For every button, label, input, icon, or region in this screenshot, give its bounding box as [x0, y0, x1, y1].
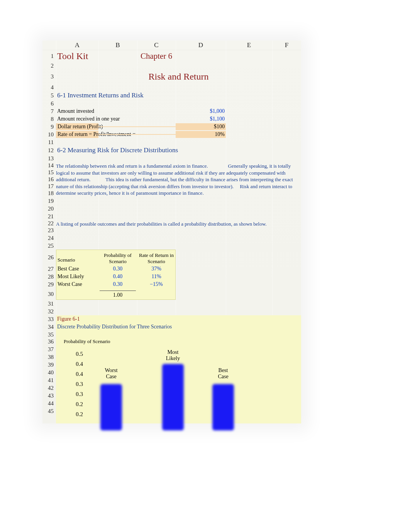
- value-rate-of-return[interactable]: 10%: [176, 131, 226, 138]
- row-35[interactable]: 35: [42, 331, 301, 338]
- row-34[interactable]: 34 Discrete Probability Distribution for…: [42, 323, 301, 331]
- row-header[interactable]: 38: [42, 354, 56, 362]
- row-header[interactable]: 22: [42, 220, 56, 227]
- row-header[interactable]: 14: [42, 162, 56, 169]
- row-header[interactable]: 7: [42, 108, 56, 115]
- row-27[interactable]: 27 Best Case 0.30 37%: [42, 265, 301, 273]
- row-header[interactable]: 18: [42, 190, 56, 197]
- row-26[interactable]: 26 Scenario Probability of Scenario Rate…: [42, 250, 301, 265]
- row-header[interactable]: 6: [42, 100, 56, 107]
- prob-header-probability[interactable]: Probability of Scenario: [98, 250, 137, 265]
- col-header-F[interactable]: F: [272, 41, 301, 49]
- row-header[interactable]: 21: [42, 213, 56, 220]
- title-cell[interactable]: Tool Kit: [56, 51, 98, 62]
- row-header[interactable]: 36: [42, 338, 56, 346]
- row-header[interactable]: 11: [42, 139, 56, 146]
- row-header[interactable]: 44: [42, 400, 56, 408]
- row-header[interactable]: 37: [42, 346, 56, 354]
- chapter-cell[interactable]: Chapter 6: [137, 51, 176, 61]
- row-20[interactable]: 20: [42, 205, 301, 212]
- prob-row-worst-ror[interactable]: −15%: [137, 281, 176, 288]
- figure-title[interactable]: Discrete Probability Distribution for Th…: [56, 323, 249, 330]
- row-header[interactable]: 42: [42, 385, 56, 393]
- row-header[interactable]: 40: [42, 369, 56, 377]
- row-header[interactable]: 9: [42, 124, 56, 130]
- row-29[interactable]: 29 Worst Case 0.30 −15%: [42, 280, 301, 288]
- prob-row-best-ror[interactable]: 37%: [137, 265, 176, 272]
- value-amount-received[interactable]: $1,100: [176, 116, 226, 122]
- row-header[interactable]: 10: [42, 131, 56, 138]
- row-header[interactable]: 19: [42, 198, 56, 204]
- row-header[interactable]: 30: [42, 291, 56, 297]
- row-header[interactable]: 43: [42, 393, 56, 400]
- row-header[interactable]: 27: [42, 266, 56, 272]
- row-header[interactable]: 15: [42, 169, 56, 176]
- col-header-D[interactable]: D: [176, 41, 226, 49]
- row-3[interactable]: 3 Risk and Return: [42, 70, 301, 83]
- row-header[interactable]: 24: [42, 235, 56, 241]
- row-header[interactable]: 12: [42, 147, 56, 154]
- label-amount-received[interactable]: Amount received in one year: [56, 116, 176, 122]
- row-header[interactable]: 20: [42, 206, 56, 212]
- prob-row-likely-ror[interactable]: 11%: [137, 273, 176, 280]
- row-header[interactable]: 41: [42, 377, 56, 385]
- row-header[interactable]: 23: [42, 227, 56, 234]
- row-header[interactable]: 17: [42, 183, 56, 190]
- row-header[interactable]: 5: [42, 92, 56, 99]
- row-5[interactable]: 5 6-1 Investment Returns and Risk: [42, 91, 301, 100]
- prob-row-likely-label[interactable]: Most Likely: [56, 273, 98, 280]
- col-header-B[interactable]: B: [98, 41, 137, 49]
- row-25[interactable]: 25: [42, 242, 301, 250]
- paragraph-risk-return[interactable]: The relationship between risk and return…: [56, 162, 298, 197]
- row-header[interactable]: 45: [42, 408, 56, 416]
- subsection-6-1[interactable]: 6-1 Investment Returns and Risk: [56, 91, 210, 100]
- row-header[interactable]: 28: [42, 274, 56, 280]
- prob-header-scenario[interactable]: Scenario: [56, 252, 98, 263]
- row-header[interactable]: 1: [42, 53, 56, 59]
- prob-sum[interactable]: 1.00: [100, 291, 136, 298]
- row-header[interactable]: 32: [42, 308, 56, 315]
- row-header[interactable]: 31: [42, 301, 56, 307]
- row-13[interactable]: 13: [42, 155, 301, 162]
- label-rate-of-return[interactable]: Rate of return = Profit/Investment =: [56, 131, 98, 138]
- row-7[interactable]: 7 Amount invested $1,000: [42, 107, 301, 115]
- row-12[interactable]: 12 6-2 Measuring Risk for Discrete Distr…: [42, 146, 301, 155]
- row-24[interactable]: 24: [42, 234, 301, 242]
- value-dollar-return[interactable]: $100: [176, 123, 226, 130]
- row-header[interactable]: 29: [42, 281, 56, 288]
- col-header-A[interactable]: A: [56, 41, 98, 49]
- row-2[interactable]: 2: [42, 62, 301, 70]
- prob-header-return[interactable]: Rate of Return in Scenario: [137, 250, 176, 265]
- row-4[interactable]: 4: [42, 83, 301, 91]
- paragraph-prob-dist[interactable]: A listing of possible outcomes and their…: [56, 220, 298, 228]
- label-dollar-return[interactable]: Dollar return (Profit): [56, 123, 98, 130]
- row-header[interactable]: 26: [42, 254, 56, 261]
- row-10[interactable]: 10 Rate of return = Profit/Investment = …: [42, 131, 301, 138]
- row-9[interactable]: 9 Dollar return (Profit) $100: [42, 123, 301, 131]
- prob-row-likely-prob[interactable]: 0.40: [98, 273, 137, 280]
- row-33[interactable]: 33 Figure 6-1: [42, 315, 301, 323]
- row-header[interactable]: 16: [42, 176, 56, 183]
- col-header-C[interactable]: C: [137, 41, 176, 49]
- row-header[interactable]: 33: [42, 316, 56, 323]
- row-6[interactable]: 6: [42, 100, 301, 107]
- prob-row-best-prob[interactable]: 0.30: [98, 265, 137, 272]
- row-31[interactable]: 31: [42, 300, 301, 308]
- col-header-E[interactable]: E: [226, 41, 272, 49]
- row-19[interactable]: 19: [42, 197, 301, 205]
- row-1[interactable]: 1 Tool Kit Chapter 6: [42, 50, 301, 62]
- subsection-6-2[interactable]: 6-2 Measuring Risk for Discrete Distribu…: [56, 146, 249, 155]
- label-amount-invested[interactable]: Amount invested: [56, 108, 176, 115]
- row-30[interactable]: 30 1.00: [42, 288, 301, 300]
- row-header[interactable]: 2: [42, 63, 56, 69]
- row-header[interactable]: 13: [42, 155, 56, 162]
- value-amount-invested[interactable]: $1,000: [176, 108, 226, 115]
- row-21[interactable]: 21: [42, 212, 301, 220]
- row-header[interactable]: 35: [42, 331, 56, 338]
- row-header[interactable]: 8: [42, 116, 56, 122]
- prob-row-worst-prob[interactable]: 0.30: [98, 281, 137, 288]
- row-header[interactable]: 25: [42, 243, 56, 249]
- row-28[interactable]: 28 Most Likely 0.40 11%: [42, 273, 301, 280]
- row-header[interactable]: 4: [42, 84, 56, 91]
- row-header[interactable]: 39: [42, 362, 56, 369]
